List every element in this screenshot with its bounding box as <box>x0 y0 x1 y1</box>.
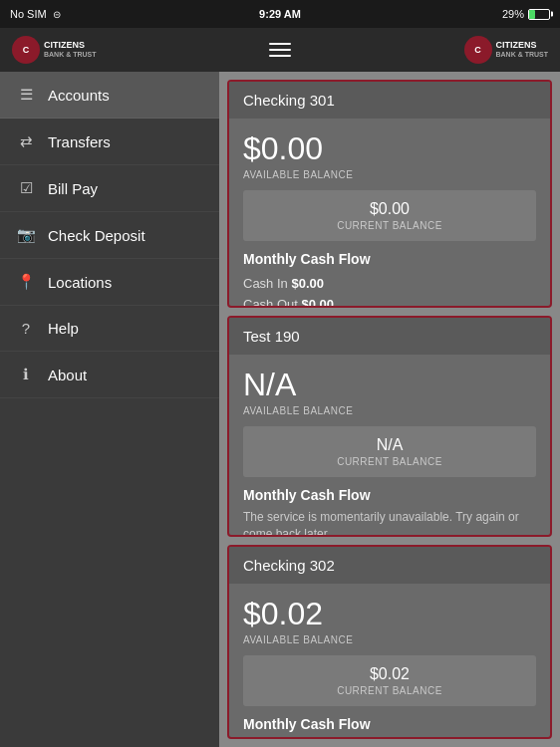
sidebar-item-transfers[interactable]: ⇄ Transfers <box>0 119 219 165</box>
available-balance-label-checking302: AVAILABLE BALANCE <box>243 634 536 645</box>
sidebar-item-locations[interactable]: 📍 Locations <box>0 259 219 306</box>
signal-icon: ⊝ <box>53 9 61 20</box>
hamburger-line-2 <box>269 49 291 51</box>
available-balance-amount-checking302: $0.02 <box>243 596 536 632</box>
available-balance-label-test190: AVAILABLE BALANCE <box>243 405 536 416</box>
account-card-header-checking302: Checking 302 <box>229 547 550 584</box>
account-card-test190[interactable]: Test 190 N/A AVAILABLE BALANCE N/A CURRE… <box>227 316 552 537</box>
checkdeposit-icon: 📷 <box>16 226 36 244</box>
hamburger-line-3 <box>269 55 291 57</box>
header-logo-right: C CITIZENS BANK & TRUST <box>464 36 549 64</box>
battery-icon <box>528 9 550 20</box>
logo-circle-right: C <box>464 36 492 64</box>
current-balance-label-test190: CURRENT BALANCE <box>257 456 522 467</box>
sidebar-item-help[interactable]: ? Help <box>0 306 219 352</box>
current-balance-amount-checking302: $0.02 <box>257 665 522 683</box>
about-icon: ℹ <box>16 366 36 383</box>
current-balance-amount-test190: N/A <box>257 436 522 454</box>
available-balance-label-checking301: AVAILABLE BALANCE <box>243 169 536 180</box>
monthly-cash-flow-title-test190: Monthly Cash Flow <box>243 487 536 503</box>
transfers-icon: ⇄ <box>16 132 36 150</box>
sidebar-item-checkdeposit[interactable]: 📷 Check Deposit <box>0 212 219 259</box>
current-balance-amount-checking301: $0.00 <box>257 200 522 218</box>
accounts-icon: ☰ <box>16 86 36 104</box>
billpay-icon: ☑ <box>16 179 36 197</box>
monthly-cash-flow-title-checking302: Monthly Cash Flow <box>243 716 536 732</box>
account-card-header-test190: Test 190 <box>229 318 550 355</box>
cash-out-checking301: Cash Out $0.00 <box>243 294 536 308</box>
account-name-checking302: Checking 302 <box>243 557 335 574</box>
status-bar-right: 29% <box>502 8 550 20</box>
battery-percent: 29% <box>502 8 524 20</box>
cash-in-checking301: Cash In $0.00 <box>243 273 536 294</box>
sidebar-item-label-billpay: Bill Pay <box>48 180 98 197</box>
help-icon: ? <box>16 320 36 337</box>
logo-circle: C <box>12 36 40 64</box>
account-card-checking301[interactable]: Checking 301 $0.00 AVAILABLE BALANCE $0.… <box>227 80 552 308</box>
current-balance-label-checking301: CURRENT BALANCE <box>257 220 522 231</box>
sidebar-item-label-about: About <box>48 367 87 383</box>
sidebar-item-label-accounts: Accounts <box>48 87 110 104</box>
app-header: C CITIZENS BANK & TRUST C CITIZENS BANK … <box>0 28 560 72</box>
sidebar-item-label-help: Help <box>48 320 79 337</box>
locations-icon: 📍 <box>16 273 36 291</box>
cash-out-value-checking301: $0.00 <box>302 297 335 308</box>
accounts-content[interactable]: Checking 301 $0.00 AVAILABLE BALANCE $0.… <box>219 72 560 747</box>
sidebar-item-accounts[interactable]: ☰ Accounts <box>0 72 219 119</box>
header-logo-left: C CITIZENS BANK & TRUST <box>12 36 97 64</box>
sidebar-item-label-checkdeposit: Check Deposit <box>48 227 145 244</box>
monthly-cash-flow-title-checking301: Monthly Cash Flow <box>243 251 536 267</box>
hamburger-button[interactable] <box>265 39 295 61</box>
account-card-header-checking301: Checking 301 <box>229 82 550 119</box>
current-balance-label-checking302: CURRENT BALANCE <box>257 685 522 696</box>
hamburger-line-1 <box>269 43 291 45</box>
app-body: ☰ Accounts ⇄ Transfers ☑ Bill Pay 📷 Chec… <box>0 72 560 747</box>
logo-text: CITIZENS BANK & TRUST <box>44 41 97 59</box>
battery-fill <box>529 10 535 19</box>
available-balance-amount-test190: N/A <box>243 367 536 403</box>
account-card-body-checking302: $0.02 AVAILABLE BALANCE $0.02 CURRENT BA… <box>229 584 550 739</box>
current-balance-box-checking301: $0.00 CURRENT BALANCE <box>243 190 536 241</box>
status-bar-left: No SIM ⊝ <box>10 8 61 20</box>
logo-text-right: CITIZENS BANK & TRUST <box>496 41 549 59</box>
status-bar: No SIM ⊝ 9:29 AM 29% <box>0 0 560 28</box>
current-balance-box-checking302: $0.02 CURRENT BALANCE <box>243 655 536 706</box>
sidebar-item-billpay[interactable]: ☑ Bill Pay <box>0 165 219 212</box>
account-card-checking302[interactable]: Checking 302 $0.02 AVAILABLE BALANCE $0.… <box>227 545 552 739</box>
account-name-test190: Test 190 <box>243 328 300 345</box>
current-balance-box-test190: N/A CURRENT BALANCE <box>243 426 536 477</box>
carrier-text: No SIM <box>10 8 47 20</box>
available-balance-amount-checking301: $0.00 <box>243 130 536 167</box>
account-card-body-test190: N/A AVAILABLE BALANCE N/A CURRENT BALANC… <box>229 355 550 537</box>
cash-in-value-checking301: $0.00 <box>291 276 324 291</box>
sidebar-item-label-transfers: Transfers <box>48 133 111 150</box>
service-unavailable-text-test190: The service is momentarily unavailable. … <box>243 509 536 537</box>
account-card-body-checking301: $0.00 AVAILABLE BALANCE $0.00 CURRENT BA… <box>229 119 550 308</box>
sidebar-item-label-locations: Locations <box>48 274 112 291</box>
sidebar: ☰ Accounts ⇄ Transfers ☑ Bill Pay 📷 Chec… <box>0 72 219 747</box>
sidebar-item-about[interactable]: ℹ About <box>0 352 219 398</box>
account-name-checking301: Checking 301 <box>243 92 335 109</box>
status-bar-time: 9:29 AM <box>259 8 301 20</box>
